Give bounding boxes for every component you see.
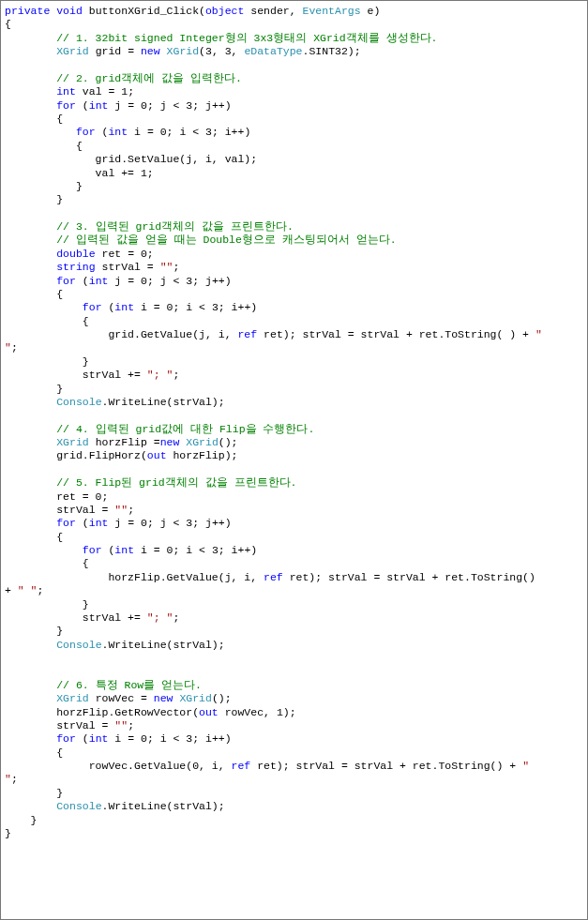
comment: // 5. Flip된 grid객체의 값을 프린트한다. [5, 476, 296, 489]
comment: // 4. 입력된 grid값에 대한 Flip을 수행한다. [5, 423, 314, 435]
comment: // 2. grid객체에 값을 입력한다. [5, 72, 242, 84]
comment: // 1. 32bit signed Integer형의 3x3형태의 XGri… [5, 32, 437, 44]
comment: // 6. 특정 Row를 얻는다. [5, 679, 202, 691]
keyword: private [5, 5, 50, 17]
keyword: object [205, 5, 244, 17]
keyword: void [56, 5, 83, 17]
comment: // 입력된 값을 얻을 때는 Double형으로 캐스팅되어서 얻는다. [5, 234, 397, 246]
comment: // 3. 입력된 grid객체의 값을 프린트한다. [5, 220, 294, 233]
type: EventArgs [303, 5, 361, 17]
code-block: private void buttonXGrid_Click(object se… [0, 0, 588, 920]
